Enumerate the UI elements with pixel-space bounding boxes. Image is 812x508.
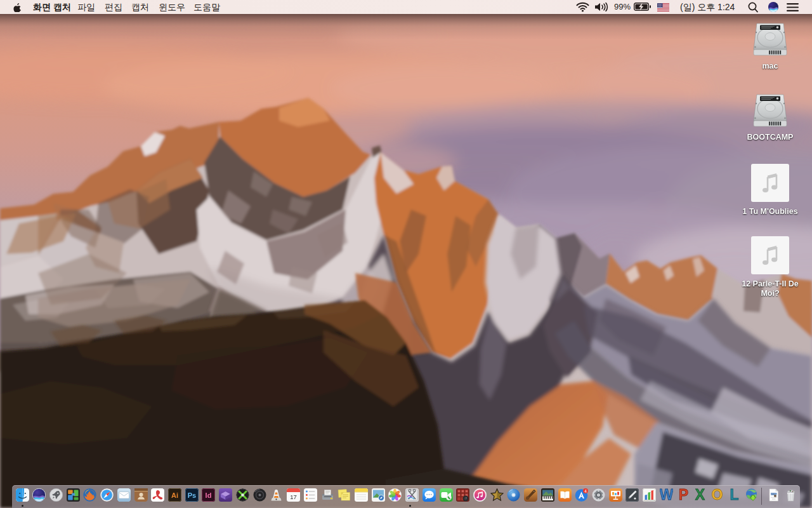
svg-text:W: W bbox=[660, 488, 673, 502]
svg-text:Ps: Ps bbox=[187, 491, 195, 499]
svg-text:Id: Id bbox=[206, 491, 212, 499]
svg-text:X: X bbox=[695, 488, 705, 502]
svg-text:4: 4 bbox=[584, 489, 587, 493]
svg-text:O: O bbox=[712, 488, 723, 502]
svg-text:L: L bbox=[730, 488, 738, 502]
svg-text:17: 17 bbox=[290, 493, 297, 500]
svg-text:P: P bbox=[678, 488, 688, 502]
svg-text:Ai: Ai bbox=[171, 491, 178, 499]
